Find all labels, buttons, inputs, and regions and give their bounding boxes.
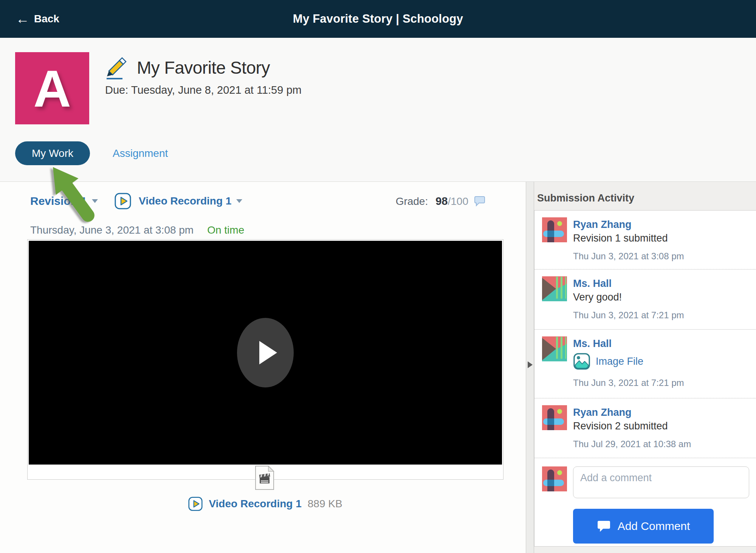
- play-icon: [115, 193, 131, 209]
- user-name-link[interactable]: Ryan Zhang: [573, 407, 632, 418]
- video-player[interactable]: [27, 239, 503, 480]
- video-play-button[interactable]: [237, 318, 294, 387]
- comment-input[interactable]: [573, 466, 749, 498]
- file-attachment-row: Video Recording 1 889 KB: [27, 497, 503, 511]
- assignment-avatar: A: [15, 52, 89, 124]
- back-button[interactable]: ← Back: [16, 0, 59, 38]
- status-badge: On time: [207, 224, 244, 236]
- submission-date: Thursday, June 3, 2021 at 3:08 pm: [30, 224, 194, 236]
- file-link[interactable]: Video Recording 1: [209, 498, 301, 510]
- assignment-header: A My Favorite Story Due: Tuesday, June 8…: [0, 38, 756, 182]
- submission-header-row: Revision 1 Video Recording 1 Grade: 98 /…: [30, 192, 486, 211]
- grade-comment-bubble-icon[interactable]: [474, 195, 486, 207]
- arrow-left-icon: ←: [16, 12, 29, 26]
- play-icon: [188, 497, 203, 511]
- activity-entry: Ms. Hall Image File Thu Jun 3, 2021 at 7…: [534, 329, 756, 398]
- play-triangle-icon: [259, 341, 277, 364]
- avatar-ms-hall: [542, 336, 567, 361]
- revision-label: Revision 1: [30, 195, 87, 208]
- avatar-ms-hall: [542, 276, 567, 301]
- avatar-ryan-zhang: [542, 405, 567, 430]
- activity-card: Ryan Zhang Revision 1 submitted Thu Jun …: [534, 210, 756, 547]
- speech-bubble-icon: [597, 520, 611, 533]
- grade-total: /100: [448, 195, 469, 208]
- avatar-ryan-zhang: [542, 217, 567, 242]
- my-work-panel: Revision 1 Video Recording 1 Grade: 98 /…: [0, 182, 526, 553]
- recording-dropdown[interactable]: Video Recording 1: [139, 195, 242, 207]
- schoology-assignment-page: ← Back My Favorite Story | Schoology A M…: [0, 0, 756, 553]
- tab-assignment[interactable]: Assignment: [113, 147, 168, 160]
- user-name-link[interactable]: Ms. Hall: [573, 338, 612, 350]
- due-date: Due: Tuesday, June 8, 2021 at 11:59 pm: [105, 84, 302, 96]
- activity-text: Very good!: [573, 291, 749, 303]
- activity-timestamp: Thu Jun 3, 2021 at 3:08 pm: [573, 251, 749, 262]
- video-file-icon[interactable]: [254, 465, 275, 490]
- activity-timestamp: Thu Jul 29, 2021 at 10:38 am: [573, 439, 749, 449]
- tab-my-work[interactable]: My Work: [15, 141, 90, 165]
- activity-timestamp: Thu Jun 3, 2021 at 7:21 pm: [573, 310, 749, 321]
- add-comment-button[interactable]: Add Comment: [573, 509, 714, 544]
- submission-date-row: Thursday, June 3, 2021 at 3:08 pm On tim…: [30, 224, 244, 236]
- revision-dropdown[interactable]: Revision 1: [30, 195, 98, 208]
- avatar-letter: A: [33, 62, 71, 115]
- grade-value: 98: [435, 195, 448, 208]
- activity-timestamp: Thu Jun 3, 2021 at 7:21 pm: [573, 378, 749, 388]
- panel-divider: [526, 182, 534, 553]
- activity-text: Revision 2 submitted: [573, 420, 749, 432]
- file-size: 889 KB: [308, 498, 342, 510]
- window-title: My Favorite Story | Schoology: [293, 12, 463, 26]
- top-bar: ← Back My Favorite Story | Schoology: [0, 0, 756, 38]
- page-title: My Favorite Story: [137, 57, 270, 78]
- activity-text: Revision 1 submitted: [573, 232, 749, 244]
- activity-entry: Ms. Hall Very good! Thu Jun 3, 2021 at 7…: [534, 269, 756, 329]
- activity-entry: Ryan Zhang Revision 2 submitted Thu Jul …: [534, 398, 756, 458]
- recording-label: Video Recording 1: [139, 195, 231, 207]
- add-comment-label: Add Comment: [618, 520, 690, 533]
- activity-entry: Ryan Zhang Revision 1 submitted Thu Jun …: [534, 211, 756, 269]
- chevron-down-icon: [236, 199, 242, 203]
- image-attachment-link[interactable]: Image File: [573, 353, 749, 370]
- tab-bar: My Work Assignment: [15, 141, 168, 165]
- chevron-down-icon: [92, 199, 98, 203]
- back-label: Back: [34, 13, 59, 25]
- grade-label: Grade:: [396, 195, 428, 208]
- avatar-ryan-zhang: [542, 466, 567, 491]
- image-icon: [573, 353, 590, 370]
- submission-activity-heading: Submission Activity: [534, 182, 756, 204]
- user-name-link[interactable]: Ms. Hall: [573, 278, 612, 290]
- title-row: My Favorite Story: [105, 56, 270, 79]
- pencil-icon: [105, 56, 127, 79]
- panel-collapse-handle[interactable]: [528, 361, 533, 368]
- attachment-label: Image File: [596, 356, 643, 367]
- user-name-link[interactable]: Ryan Zhang: [573, 219, 632, 231]
- submission-activity-panel: Submission Activity Ryan Zhang Revision …: [534, 182, 756, 553]
- comment-composer: Add Comment: [534, 458, 756, 547]
- grade-display: Grade: 98 /100: [396, 195, 486, 208]
- video-frame: [29, 241, 502, 465]
